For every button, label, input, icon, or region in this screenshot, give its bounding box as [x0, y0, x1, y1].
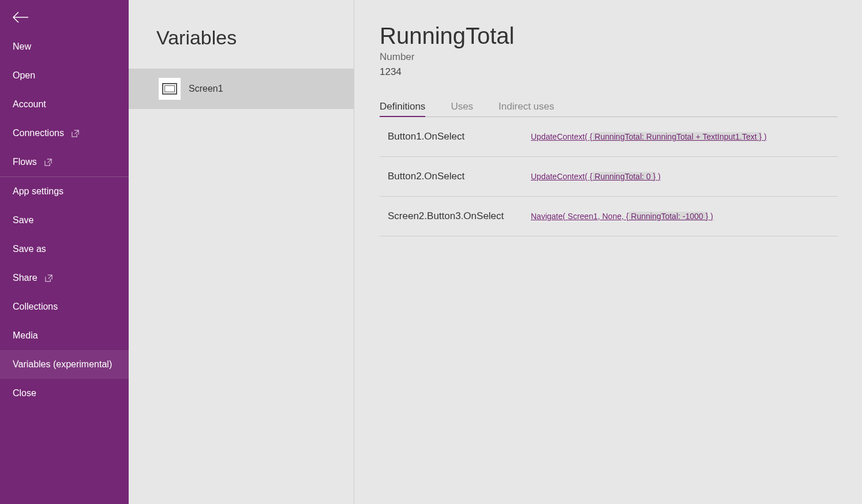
variable-type: Number	[380, 51, 838, 63]
variable-name: RunningTotal	[380, 23, 838, 49]
variables-list-panel: Variables Screen1	[129, 0, 354, 504]
sidebar-item-share[interactable]: Share	[0, 264, 129, 292]
variable-detail-panel: RunningTotal Number 1234 DefinitionsUses…	[354, 0, 862, 504]
sidebar-item-save-as[interactable]: Save as	[0, 235, 129, 264]
sidebar-item-label: Collections	[13, 302, 58, 312]
sidebar-item-label: Connections	[13, 128, 64, 138]
tab-indirect-uses[interactable]: Indirect uses	[499, 101, 554, 116]
sidebar-item-media[interactable]: Media	[0, 321, 129, 350]
definition-row: Button1.OnSelectUpdateContext( { Running…	[380, 117, 838, 157]
sidebar-item-label: App settings	[13, 186, 63, 197]
variable-value: 1234	[380, 66, 838, 78]
sidebar-item-save[interactable]: Save	[0, 206, 129, 235]
back-button[interactable]	[0, 0, 129, 32]
sidebar-item-label: Flows	[13, 157, 37, 167]
definition-source: Button2.OnSelect	[388, 171, 531, 182]
definition-source: Screen2.Button3.OnSelect	[388, 210, 531, 222]
sidebar-item-label: Variables (experimental)	[13, 359, 112, 370]
definition-formula-link[interactable]: UpdateContext( { RunningTotal: RunningTo…	[531, 132, 767, 141]
definition-row: Button2.OnSelectUpdateContext( { Running…	[380, 157, 838, 197]
sidebar-item-label: New	[13, 42, 31, 52]
sidebar-item-open[interactable]: Open	[0, 61, 129, 90]
screen-label: Screen1	[189, 84, 223, 94]
screen-icon	[159, 78, 181, 100]
definition-formula-link[interactable]: Navigate( Screen1, None, { RunningTotal:…	[531, 212, 713, 221]
sidebar-item-account[interactable]: Account	[0, 90, 129, 119]
detail-tabs: DefinitionsUsesIndirect uses	[380, 101, 838, 117]
back-arrow-icon	[12, 10, 29, 24]
tab-definitions[interactable]: Definitions	[380, 101, 425, 117]
sidebar-item-label: Save	[13, 215, 33, 225]
external-link-icon	[71, 129, 80, 138]
external-link-icon	[44, 274, 53, 283]
sidebar-item-new[interactable]: New	[0, 32, 129, 61]
sidebar-item-flows[interactable]: Flows	[0, 148, 129, 176]
screen-list-item[interactable]: Screen1	[129, 69, 354, 109]
tab-uses[interactable]: Uses	[451, 101, 473, 116]
sidebar-item-label: Close	[13, 388, 36, 398]
sidebar-item-label: Open	[13, 70, 35, 81]
sidebar-item-app-settings[interactable]: App settings	[0, 177, 129, 206]
sidebar: NewOpenAccountConnectionsFlowsApp settin…	[0, 0, 129, 504]
external-link-icon	[44, 158, 53, 167]
definition-source: Button1.OnSelect	[388, 131, 531, 142]
sidebar-item-label: Share	[13, 273, 38, 283]
definition-row: Screen2.Button3.OnSelectNavigate( Screen…	[380, 197, 838, 236]
sidebar-item-label: Save as	[13, 244, 46, 254]
sidebar-item-variables-experimental-[interactable]: Variables (experimental)	[0, 350, 129, 379]
sidebar-item-close[interactable]: Close	[0, 379, 129, 408]
sidebar-item-label: Account	[13, 99, 46, 110]
sidebar-item-collections[interactable]: Collections	[0, 292, 129, 321]
sidebar-item-connections[interactable]: Connections	[0, 119, 129, 148]
definition-formula-link[interactable]: UpdateContext( { RunningTotal: 0 } )	[531, 172, 661, 181]
sidebar-item-label: Media	[13, 330, 38, 341]
panel-title: Variables	[129, 0, 354, 69]
